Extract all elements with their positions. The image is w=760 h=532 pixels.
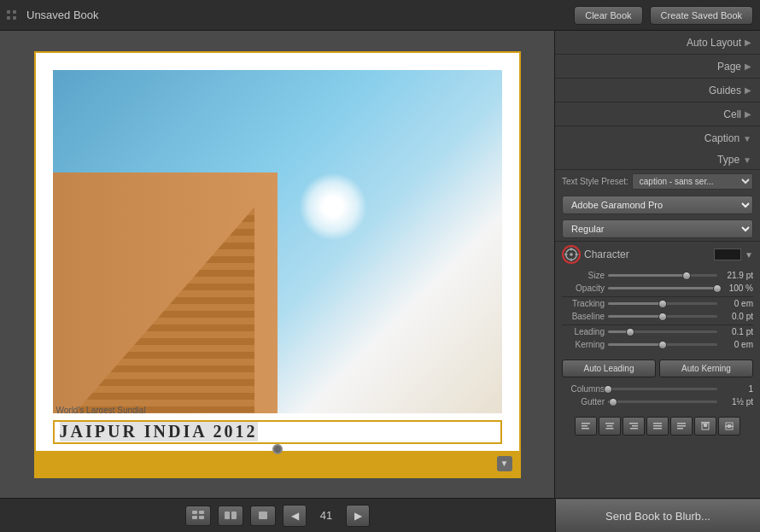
- columns-slider-thumb[interactable]: [604, 385, 612, 394]
- gutter-value: 1½ pt: [721, 397, 753, 406]
- columns-label: Columns: [562, 384, 605, 394]
- single-icon: [256, 510, 270, 522]
- spread-icon: [224, 510, 237, 522]
- character-row: Character ▼: [555, 241, 760, 267]
- svg-rect-7: [582, 425, 588, 427]
- caption-input-box[interactable]: JAIPUR INDIA 2012: [53, 420, 502, 444]
- gutter-label: Gutter: [562, 397, 605, 406]
- size-slider-row: Size 21.9 pt: [562, 271, 753, 280]
- page-arrow: ▶: [745, 61, 751, 71]
- type-row[interactable]: Type ▼: [555, 150, 760, 170]
- leading-label: Leading: [562, 327, 605, 336]
- opacity-slider-thumb[interactable]: [713, 284, 722, 293]
- spread-view-button[interactable]: [218, 506, 243, 526]
- caption-section-header[interactable]: Caption ▼: [555, 126, 760, 150]
- tracking-value: 0 em: [721, 299, 753, 308]
- tracking-slider-fill: [608, 302, 663, 305]
- photo-area[interactable]: World's Largest Sundial: [53, 70, 502, 413]
- grid-view-button[interactable]: [185, 506, 211, 526]
- leading-slider-thumb[interactable]: [626, 328, 634, 336]
- gutter-slider-track[interactable]: [608, 400, 717, 403]
- kerning-slider-thumb[interactable]: [658, 341, 667, 349]
- single-view-button[interactable]: [250, 506, 276, 526]
- align-justify-button[interactable]: [646, 417, 669, 436]
- baseline-slider-thumb[interactable]: [658, 313, 667, 321]
- tracking-slider-track[interactable]: [608, 302, 717, 305]
- cell-row[interactable]: Cell ▶: [555, 102, 760, 126]
- auto-layout-arrow: ▶: [745, 38, 751, 47]
- canvas-footer: ◀ 41 ▶: [0, 505, 555, 527]
- svg-rect-10: [607, 425, 613, 427]
- window-title: Unsaved Book: [26, 9, 567, 21]
- kerning-label: Kerning: [562, 340, 605, 349]
- size-slider-thumb[interactable]: [682, 272, 691, 280]
- create-saved-book-button[interactable]: Create Saved Book: [650, 6, 753, 25]
- tracking-label: Tracking: [562, 299, 605, 308]
- svg-rect-27: [192, 511, 197, 514]
- svg-rect-16: [653, 425, 662, 427]
- character-color-swatch[interactable]: [714, 248, 741, 260]
- svg-rect-28: [199, 511, 204, 514]
- next-page-button[interactable]: ▶: [346, 505, 370, 527]
- align-right-button[interactable]: [623, 417, 645, 436]
- leading-slider-row: Leading 0.1 pt: [562, 327, 753, 336]
- align-justify2-icon: [676, 421, 687, 431]
- align-justify2-button[interactable]: [670, 417, 693, 436]
- auto-buttons-row: Auto Leading Auto Kerning: [555, 356, 760, 381]
- opacity-value: 100 %: [721, 284, 753, 293]
- type-arrow: ▼: [743, 155, 751, 165]
- svg-rect-14: [630, 428, 638, 430]
- auto-kerning-button[interactable]: Auto Kerning: [659, 360, 753, 377]
- cell-arrow: ▶: [745, 109, 751, 119]
- svg-rect-18: [677, 423, 686, 424]
- svg-rect-6: [582, 423, 590, 424]
- kerning-value: 0 em: [721, 340, 753, 349]
- auto-leading-button[interactable]: Auto Leading: [562, 360, 656, 377]
- align-middle-button[interactable]: [718, 417, 740, 436]
- gutter-slider-row: Gutter 1½ pt: [562, 397, 753, 406]
- footer: ◀ 41 ▶ Send Book to Blurb...: [0, 498, 760, 532]
- svg-rect-30: [199, 516, 204, 519]
- canvas-area: World's Largest Sundial JAIPUR INDIA 201…: [0, 31, 555, 498]
- tracking-slider-thumb[interactable]: [658, 300, 667, 308]
- character-target-icon[interactable]: [562, 245, 581, 264]
- caption-bar[interactable]: JAIPUR INDIA 2012: [53, 417, 502, 447]
- align-left-button[interactable]: [575, 417, 597, 436]
- clear-book-button[interactable]: Clear Book: [574, 6, 642, 25]
- leading-slider-track[interactable]: [608, 330, 717, 333]
- caption-styled-text: JAIPUR INDIA 2012: [60, 422, 258, 441]
- guides-row[interactable]: Guides ▶: [555, 79, 760, 102]
- slider-section: Size 21.9 pt Opacity 100 % Tracking: [555, 267, 760, 356]
- text-style-preset-select[interactable]: caption - sans ser...: [632, 173, 753, 190]
- page-arrow-button[interactable]: ▼: [497, 456, 512, 471]
- type-label: Type: [564, 154, 740, 166]
- baseline-slider-track[interactable]: [608, 315, 717, 318]
- columns-slider-track[interactable]: [608, 388, 717, 390]
- svg-rect-23: [704, 424, 707, 427]
- grid-icon: [191, 510, 205, 522]
- kerning-slider-fill: [608, 343, 663, 346]
- size-slider-track[interactable]: [608, 274, 717, 277]
- opacity-slider-track[interactable]: [608, 287, 717, 289]
- align-center-button[interactable]: [599, 417, 621, 436]
- font-name-row: Adobe Garamond Pro: [555, 193, 760, 217]
- character-dropdown-arrow[interactable]: ▼: [745, 250, 753, 260]
- baseline-value: 0.0 pt: [721, 312, 753, 321]
- page-row[interactable]: Page ▶: [555, 55, 760, 79]
- kerning-slider-track[interactable]: [608, 343, 717, 346]
- text-style-row: Text Style Preset: caption - sans ser...: [555, 170, 760, 193]
- svg-rect-17: [653, 428, 662, 430]
- prev-page-button[interactable]: ◀: [283, 505, 307, 527]
- columns-slider-row: Columns 1: [562, 384, 753, 394]
- align-top-button[interactable]: [694, 417, 716, 436]
- svg-rect-11: [606, 428, 614, 430]
- send-book-button[interactable]: Send Book to Blurb...: [555, 499, 760, 533]
- photo-sun: [299, 172, 367, 241]
- gutter-slider-thumb[interactable]: [609, 398, 617, 406]
- font-style-select[interactable]: Regular: [562, 219, 753, 238]
- right-panel: Auto Layout ▶ Page ▶ Guides ▶ Cell ▶ Cap…: [555, 31, 760, 498]
- title-bar: Unsaved Book Clear Book Create Saved Boo…: [0, 0, 760, 31]
- auto-layout-row[interactable]: Auto Layout ▶: [555, 31, 760, 55]
- font-name-select[interactable]: Adobe Garamond Pro: [562, 196, 753, 214]
- svg-rect-33: [259, 512, 267, 519]
